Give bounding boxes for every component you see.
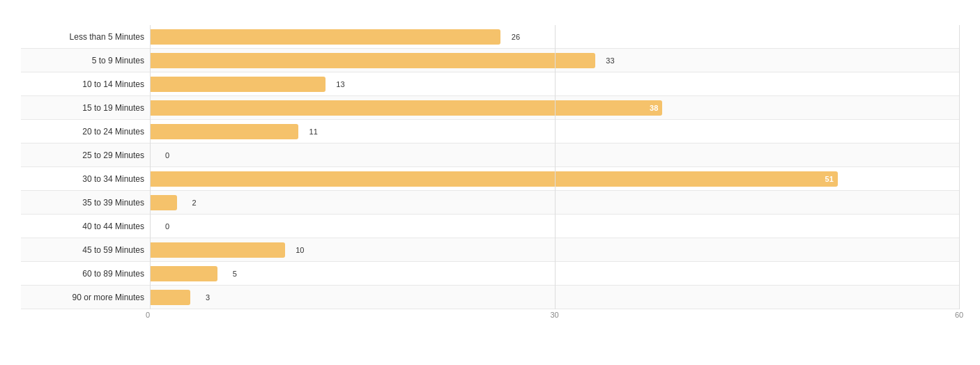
bar-label: 20 to 24 Minutes	[21, 127, 150, 137]
bar-label: 60 to 89 Minutes	[21, 269, 150, 279]
x-axis: 03060	[150, 311, 959, 325]
bar-fill: 11	[150, 124, 298, 139]
bar-row: 15 to 19 Minutes38	[21, 96, 959, 120]
bar-label: 45 to 59 Minutes	[21, 245, 150, 255]
bar-fill: 33	[150, 53, 595, 68]
bar-row: 20 to 24 Minutes11	[21, 120, 959, 143]
bar-label: 10 to 14 Minutes	[21, 79, 150, 89]
bar-value: 2	[192, 199, 197, 207]
bar-fill: 10	[150, 242, 285, 258]
bar-value: 33	[606, 56, 614, 65]
bar-fill: 38	[150, 100, 662, 116]
bar-value: 0	[165, 151, 169, 160]
bar-value: 13	[336, 80, 344, 88]
bar-value: 11	[309, 127, 318, 136]
x-axis-tick: 60	[955, 311, 963, 319]
bar-container: 51	[150, 171, 959, 187]
bar-row: 5 to 9 Minutes33	[21, 49, 959, 72]
bar-fill: 2	[150, 195, 177, 210]
bar-value: 26	[512, 33, 520, 41]
bar-fill: 26	[150, 29, 500, 45]
bar-container: 2	[150, 195, 959, 210]
bar-label: 35 to 39 Minutes	[21, 198, 150, 208]
bar-row: 40 to 44 Minutes0	[21, 215, 959, 238]
bar-container: 3	[150, 290, 959, 305]
bar-value: 51	[825, 175, 834, 183]
bar-label: 90 or more Minutes	[21, 293, 150, 302]
bar-label: Less than 5 Minutes	[21, 32, 150, 42]
bar-fill: 51	[150, 171, 838, 187]
bar-value: 10	[296, 246, 304, 254]
bar-container: 0	[150, 148, 959, 163]
bar-fill: 3	[150, 290, 190, 305]
bar-row: Less than 5 Minutes26	[21, 25, 959, 49]
bar-row: 60 to 89 Minutes5	[21, 262, 959, 286]
bar-label: 5 to 9 Minutes	[21, 56, 150, 65]
bar-label: 30 to 34 Minutes	[21, 174, 150, 184]
bars-wrapper: Less than 5 Minutes265 to 9 Minutes3310 …	[21, 25, 959, 309]
bar-container: 33	[150, 53, 959, 68]
page-wrapper: Less than 5 Minutes265 to 9 Minutes3310 …	[21, 14, 959, 325]
bar-container: 10	[150, 242, 959, 258]
bar-container: 5	[150, 266, 959, 281]
x-axis-tick: 30	[551, 311, 559, 319]
bar-label: 15 to 19 Minutes	[21, 103, 150, 113]
bar-fill: 13	[150, 77, 326, 92]
bar-value: 38	[650, 104, 658, 112]
x-axis-tick: 0	[146, 311, 150, 319]
bar-container: 0	[150, 219, 959, 234]
bar-fill: 5	[150, 266, 217, 281]
bar-row: 45 to 59 Minutes10	[21, 238, 959, 262]
bar-value: 0	[165, 222, 169, 231]
bar-container: 11	[150, 124, 959, 139]
bar-container: 38	[150, 100, 959, 116]
bar-container: 26	[150, 29, 959, 45]
bar-row: 35 to 39 Minutes2	[21, 191, 959, 215]
bar-value: 5	[233, 270, 237, 278]
bar-label: 40 to 44 Minutes	[21, 222, 150, 231]
bar-container: 13	[150, 77, 959, 92]
bar-row: 30 to 34 Minutes51	[21, 167, 959, 191]
bar-row: 90 or more Minutes3	[21, 286, 959, 309]
bar-row: 25 to 29 Minutes0	[21, 143, 959, 167]
bar-label: 25 to 29 Minutes	[21, 150, 150, 160]
bar-value: 3	[206, 293, 210, 302]
bar-row: 10 to 14 Minutes13	[21, 72, 959, 96]
